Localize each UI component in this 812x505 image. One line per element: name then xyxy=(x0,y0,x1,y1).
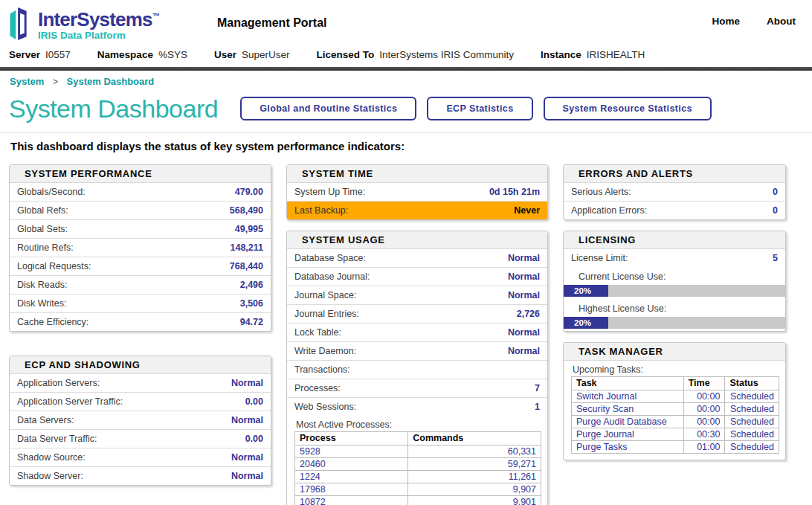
logo-text: InterSystems™ IRIS Data Platform xyxy=(38,7,159,41)
stat-label: Global Refs: xyxy=(17,205,68,216)
table-cell: Scheduled xyxy=(725,428,779,441)
stat-value: 1 xyxy=(535,402,540,412)
panel-caption: SYSTEM USAGE xyxy=(287,231,547,249)
table-row: 179689,907 xyxy=(295,483,541,496)
license-use-bar-fill: 20% xyxy=(564,285,608,297)
intersystems-logo: InterSystems™ IRIS Data Platform xyxy=(7,7,159,41)
system-usage-panel: SYSTEM USAGE Database Space:NormalDataba… xyxy=(286,231,548,505)
table-row: 108729,901 xyxy=(295,496,541,505)
table-row: Purge Audit Database00:00Scheduled xyxy=(572,416,779,428)
server-info-label: Instance xyxy=(541,49,581,60)
panel-caption: TASK MANAGER xyxy=(564,343,785,361)
table-cell: 17968 xyxy=(295,483,408,496)
stat-value: 148,211 xyxy=(231,242,264,253)
stat-label: Application Servers: xyxy=(17,378,100,388)
breadcrumb: System > System Dashboard xyxy=(0,71,812,89)
stat-row: Data Servers:Normal xyxy=(10,411,271,430)
table-cell: Scheduled xyxy=(725,416,779,428)
stat-value: Normal xyxy=(231,452,263,463)
table-cell: Scheduled xyxy=(725,441,779,454)
stat-label: Shadow Server: xyxy=(17,471,83,481)
stat-label: Database Space: xyxy=(294,253,366,263)
nav-about-link[interactable]: About xyxy=(767,16,796,27)
brand-name: InterSystems™ xyxy=(38,7,159,29)
panel-caption: SYSTEM TIME xyxy=(287,165,547,183)
stat-row: Globals/Second:479.00 xyxy=(10,183,271,202)
brand-subtitle: IRIS Data Platform xyxy=(38,30,159,41)
stat-label: Lock Table: xyxy=(294,327,341,338)
stat-row: Journal Space:Normal xyxy=(287,286,547,305)
stat-label: Application Server Traffic: xyxy=(17,396,123,407)
table-row: Purge Tasks01:00Scheduled xyxy=(572,441,779,454)
middle-column: SYSTEM TIME System Up Time:0d 15h 21mLas… xyxy=(286,164,548,505)
global-routine-statistics-button[interactable]: Global and Routine Statistics xyxy=(240,97,416,120)
table-cell: 00:30 xyxy=(683,428,725,441)
table-header-row: TaskTimeStatus xyxy=(572,377,779,390)
task-manager-panel: TASK MANAGER Upcoming Tasks: TaskTimeSta… xyxy=(563,342,786,460)
trademark: ™ xyxy=(152,12,159,20)
server-info-instance: InstanceIRISHEALTH xyxy=(541,49,645,60)
stat-label: Serious Alerts: xyxy=(571,187,631,197)
stat-row: Shadow Server:Normal xyxy=(10,467,271,485)
stat-row: Global Refs:568,490 xyxy=(10,202,271,220)
table-cell: Security Scan xyxy=(572,403,684,416)
stat-value: 0.00 xyxy=(245,434,263,444)
server-info-value: SuperUser xyxy=(242,49,290,60)
panel-caption: ERRORS AND ALERTS xyxy=(564,165,785,183)
stat-value: Normal xyxy=(508,271,540,282)
stat-value: Normal xyxy=(508,253,540,263)
table-row: 592860,331 xyxy=(295,446,541,458)
server-info-value: %SYS xyxy=(158,49,187,60)
stat-label: Disk Reads: xyxy=(17,280,67,290)
stat-row-alert: Last Backup:Never xyxy=(287,202,547,219)
stat-row: System Up Time:0d 15h 21m xyxy=(287,183,547,202)
stat-label: Processes: xyxy=(294,383,341,393)
stat-value: 768,440 xyxy=(230,261,263,271)
system-resource-statistics-button[interactable]: System Resource Statistics xyxy=(544,97,712,120)
nav-home-link[interactable]: Home xyxy=(712,16,741,27)
system-time-panel: SYSTEM TIME System Up Time:0d 15h 21mLas… xyxy=(286,164,548,220)
stat-row: Journal Entries:2,726 xyxy=(287,305,547,324)
stat-value: 0 xyxy=(773,205,778,216)
ecp-statistics-button[interactable]: ECP Statistics xyxy=(427,97,532,120)
breadcrumb-system-link[interactable]: System xyxy=(10,76,44,87)
table-row: Purge Journal00:30Scheduled xyxy=(572,428,779,441)
stat-value: 3,506 xyxy=(240,298,263,309)
stat-row: Serious Alerts:0 xyxy=(564,183,785,202)
table-cell: Purge Audit Database xyxy=(572,416,684,428)
gauge-label: Highest License Use: xyxy=(564,299,785,317)
statistics-button-group: Global and Routine Statistics ECP Statis… xyxy=(240,97,712,120)
table-cell: 20460 xyxy=(295,458,408,471)
stat-value: 2,726 xyxy=(517,309,540,319)
gauge-label: Current License Use: xyxy=(564,267,785,285)
breadcrumb-current-page: System Dashboard xyxy=(67,76,155,87)
stat-label: Journal Entries: xyxy=(294,309,359,319)
table-row: 122411,261 xyxy=(295,471,541,483)
stat-label: Global Sets: xyxy=(17,224,68,234)
table-cell: 60,331 xyxy=(408,446,541,458)
table-cell: 01:00 xyxy=(683,441,725,454)
server-info-user: UserSuperUser xyxy=(214,49,290,60)
stat-label: Database Journal: xyxy=(294,271,370,282)
stat-label: Last Backup: xyxy=(294,205,348,216)
intersystems-logo-icon xyxy=(7,7,33,41)
column-header: Process xyxy=(295,432,408,446)
stat-label: System Up Time: xyxy=(294,187,365,197)
stat-value: Normal xyxy=(508,346,540,356)
stat-row: Write Daemon:Normal xyxy=(287,342,547,361)
header: InterSystems™ IRIS Data Platform Managem… xyxy=(0,0,812,42)
server-info-label: Licensed To xyxy=(317,49,375,60)
table-cell: Switch Journal xyxy=(572,390,684,403)
table-cell: Scheduled xyxy=(725,403,779,416)
breadcrumb-separator: > xyxy=(53,77,58,87)
table-cell: 00:00 xyxy=(683,403,725,416)
stat-label: Cache Efficiency: xyxy=(17,317,88,327)
stat-row: Cache Efficiency:94.72 xyxy=(10,313,271,331)
license-use-bar: 20% xyxy=(564,285,785,297)
stat-value: 94.72 xyxy=(240,317,263,327)
stat-row: Disk Reads:2,496 xyxy=(10,276,271,295)
server-info-value: InterSystems IRIS Community xyxy=(379,49,514,60)
server-info-bar: ServerI0557Namespace%SYSUserSuperUserLic… xyxy=(0,42,812,67)
stat-row: Application Errors:0 xyxy=(564,202,785,219)
stat-value: 49,995 xyxy=(235,224,263,234)
